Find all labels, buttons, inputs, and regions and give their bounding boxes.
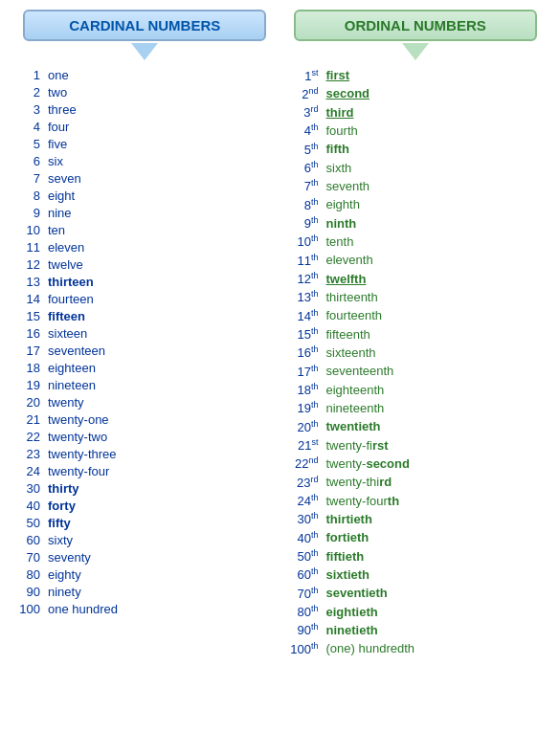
cardinal-word: nine [44,204,280,221]
table-row: 11theleventh [280,251,551,269]
ordinal-number: 1st [280,66,323,84]
cardinal-number: 23 [10,445,44,462]
ordinal-number: 13th [280,288,323,306]
table-row: 3rdthird [280,103,551,122]
table-row: 20twenty [10,393,280,410]
ordinal-number: 90th [280,621,323,639]
cardinal-word: fourteen [44,290,280,307]
table-row: 14fourteen [10,290,280,307]
ordinal-word: seventieth [323,584,551,602]
table-row: 60thsixtieth [280,566,551,584]
ordinal-word: fourth [323,122,551,140]
ordinal-word: fifteenth [323,325,551,344]
ordinal-word: ninth [323,214,551,233]
cardinal-word: sixty [44,531,280,548]
cardinal-word: seventy [44,548,280,566]
table-row: 70seventy [10,548,280,566]
cardinal-number: 2 [10,83,44,100]
cardinal-word: twenty-four [44,462,280,479]
table-row: 10thtenth [280,233,551,251]
table-row: 14thfourteenth [280,306,551,324]
cardinal-number: 100 [10,600,44,617]
cardinal-word: ninety [44,583,280,600]
table-row: 19thnineteenth [280,399,551,417]
table-row: 50thfiftieth [280,547,551,566]
ordinal-number: 8th [280,195,323,213]
table-row: 17seventeen [10,342,280,359]
ordinal-word: thirtieth [323,510,551,528]
cardinal-number: 70 [10,548,44,566]
ordinal-number: 100th [280,639,323,657]
ordinal-number: 11th [280,251,323,269]
ordinal-number: 60th [280,566,323,584]
cardinal-number: 90 [10,583,44,600]
cardinal-word: twenty [44,393,280,410]
cardinal-word: seventeen [44,342,280,359]
cardinal-number: 19 [10,376,44,393]
ordinal-number: 14th [280,306,323,324]
ordinal-number: 9th [280,214,323,233]
ordinal-number: 50th [280,547,323,566]
cardinal-word: thirty [44,479,280,497]
table-row: 80theightieth [280,603,551,621]
ordinal-word: second [323,84,551,102]
table-row: 10ten [10,221,280,238]
table-row: 24thtwenty-fourth [280,492,551,510]
ordinal-word: eighteenth [323,381,551,399]
table-row: 3three [10,100,280,118]
table-row: 11eleven [10,238,280,255]
table-row: 9thninth [280,214,551,233]
ordinal-word: sixtieth [323,566,551,584]
table-row: 8theighth [280,195,551,213]
cardinal-word: six [44,152,280,169]
ordinal-number: 22nd [280,455,323,473]
table-row: 30thirty [10,479,280,497]
ordinal-number: 12th [280,270,323,288]
ordinal-number: 7th [280,177,323,195]
main-container: CARDINAL NUMBERS 1one2two3three4four5fiv… [10,10,550,658]
ordinal-word: fortieth [323,528,551,546]
table-row: 21twenty-one [10,410,280,428]
ordinal-word: first [323,66,551,84]
table-row: 70thseventieth [280,584,551,602]
ordinal-word: fourteenth [323,306,551,324]
table-row: 7thseventh [280,177,551,195]
cardinal-word: eighty [44,566,280,583]
ordinal-word: tenth [323,233,551,251]
ordinal-word: seventeenth [323,362,551,380]
ordinal-word: eleventh [323,251,551,269]
ordinal-word: eightieth [323,603,551,621]
cardinal-number: 80 [10,566,44,583]
table-row: 90thninetieth [280,621,551,639]
cardinal-column: CARDINAL NUMBERS 1one2two3three4four5fiv… [10,10,280,658]
table-row: 6thsixth [280,159,551,177]
table-row: 19nineteen [10,376,280,393]
table-row: 16thsixteenth [280,344,551,362]
cardinal-number: 1 [10,66,44,83]
cardinal-arrow [131,43,158,60]
table-row: 18eighteen [10,359,280,376]
cardinal-number: 7 [10,169,44,187]
ordinal-number: 70th [280,584,323,602]
table-row: 13ththirteenth [280,288,551,306]
cardinal-title: CARDINAL NUMBERS [69,17,220,33]
cardinal-table: 1one2two3three4four5five6six7seven8eight… [10,66,280,617]
ordinal-number: 4th [280,122,323,140]
cardinal-word: four [44,118,280,135]
cardinal-word: nineteen [44,376,280,393]
ordinal-word: twelfth [323,270,551,288]
cardinal-word: fifteen [44,307,280,324]
ordinal-word: twenty-first [323,436,551,455]
ordinal-number: 20th [280,417,323,435]
ordinal-number: 18th [280,381,323,399]
cardinal-number: 4 [10,118,44,135]
cardinal-number: 60 [10,531,44,548]
cardinal-word: ten [44,221,280,238]
table-row: 23twenty-three [10,445,280,462]
ordinal-number: 30th [280,510,323,528]
table-row: 15fifteen [10,307,280,324]
table-row: 22ndtwenty-second [280,455,551,473]
cardinal-word: eight [44,187,280,204]
table-row: 24twenty-four [10,462,280,479]
ordinal-number: 16th [280,344,323,362]
